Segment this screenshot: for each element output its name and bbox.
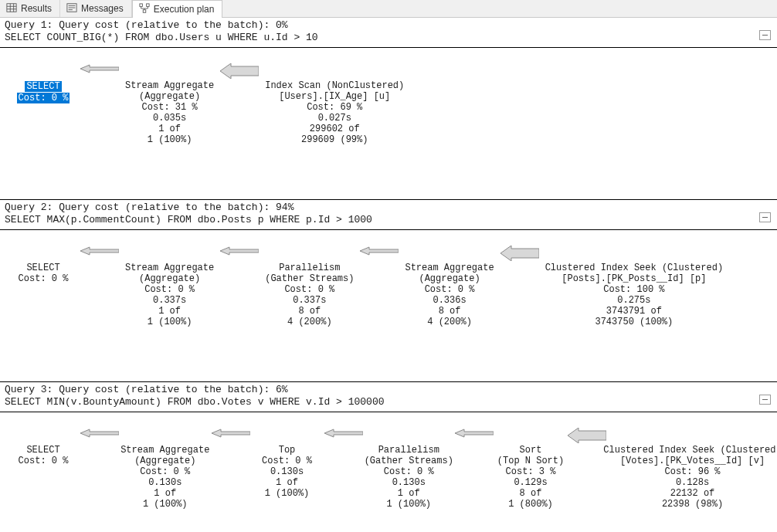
svg-rect-0	[7, 3, 16, 12]
plan-operator[interactable]: Parallelism(Gather Streams)Cost: 0 %0.33…	[265, 238, 354, 327]
tab-messages-label: Messages	[81, 3, 124, 14]
tab-results[interactable]: Results	[0, 0, 60, 17]
plan-operator[interactable]: Parallelism(Gather Streams)Cost: 0 %0.13…	[369, 420, 450, 510]
svg-marker-90	[568, 428, 606, 443]
query-sql-line: SELECT MIN(v.BountyAmount) FROM dbo.Vote…	[5, 396, 772, 410]
operator-text: 4 (200%)	[427, 317, 472, 327]
header-separator	[0, 412, 777, 412]
operator-text: 0.336s	[433, 295, 466, 306]
collapse-button[interactable]	[759, 212, 771, 222]
header-separator	[0, 229, 777, 230]
operator-text: Stream Aggregate	[120, 445, 209, 456]
operator-text: Cost: 31 %	[142, 102, 198, 113]
operator-row: SELECTCost: 0 %ΣStream Aggregate(Aggrega…	[5, 238, 772, 327]
plan-operator[interactable]: SELECTCost: 0 %	[12, 420, 74, 466]
plan-operator[interactable]: Clustered Index Seek (Clustered)[Posts].…	[545, 238, 723, 327]
flow-arrow-icon	[568, 428, 606, 443]
svg-marker-66	[80, 429, 119, 437]
plan-operator[interactable]: Clustered Index Seek (Clustered)[Votes].…	[612, 420, 772, 510]
svg-marker-17	[80, 65, 119, 73]
operator-text: Cost: 0 %	[140, 466, 190, 477]
plan-operator[interactable]: SELECTCost: 0 %	[12, 56, 74, 103]
query-cost-line: Query 1: Query cost (relative to the bat…	[5, 19, 772, 32]
operator-text: 1 of	[398, 488, 420, 499]
flow-arrow-icon	[220, 246, 259, 256]
operator-text: 0.129s	[514, 477, 547, 488]
plan-operator[interactable]: ΣStream Aggregate(Aggregate)Cost: 31 %0.…	[125, 56, 214, 145]
flow-arrow-icon	[220, 63, 259, 79]
operator-text: Parallelism	[378, 445, 439, 456]
operator-text: Cost: 0 %	[19, 456, 69, 466]
svg-marker-54	[500, 246, 539, 261]
plan-area[interactable]: Query 1: Query cost (relative to the bat…	[0, 18, 777, 532]
plan-operator[interactable]: AZSort(Top N Sort)Cost: 3 %0.129s8 of1 (…	[500, 420, 562, 510]
operator-text: Clustered Index Seek (Clustered)	[545, 263, 723, 273]
flow-arrow-icon	[324, 428, 363, 439]
operator-text: 0.337s	[293, 295, 326, 306]
flow-arrow-icon	[212, 428, 250, 439]
operator-text: Cost: 0 %	[144, 284, 195, 295]
operator-text: SELECT	[26, 445, 59, 456]
operator-text: Cost: 3 %	[506, 466, 556, 477]
operator-text: 8 of	[298, 306, 321, 317]
tab-results-label: Results	[21, 3, 52, 14]
operator-text: 3743750 (100%)	[595, 317, 673, 327]
operator-text: [Users].[IX_Age] [u]	[279, 91, 390, 102]
svg-marker-79	[324, 429, 363, 437]
svg-marker-83	[455, 429, 494, 437]
plan-operator[interactable]: TopCost: 0 %0.130s1 of1 (100%)	[256, 420, 318, 499]
operator-text: 1 (100%)	[148, 317, 192, 327]
operator-text: 1 of	[158, 124, 181, 134]
header-separator	[0, 47, 777, 48]
operator-text: 0.130s	[148, 477, 182, 488]
operator-text: (Aggregate)	[419, 273, 480, 284]
operator-text: Cost: 0 %	[284, 284, 334, 295]
operator-text: 0.337s	[153, 295, 186, 306]
query-cost-line: Query 3: Query cost (relative to the bat…	[5, 384, 772, 396]
operator-text: 1 (800%)	[508, 499, 553, 510]
query-block: Query 1: Query cost (relative to the bat…	[0, 18, 777, 200]
flow-arrow-icon	[455, 428, 494, 439]
plan-operator[interactable]: SELECTCost: 0 %	[12, 238, 74, 284]
tab-execution-plan[interactable]: Execution plan	[132, 0, 223, 18]
operator-text: Sort	[520, 445, 542, 456]
operator-text: Cost: 69 %	[307, 102, 362, 113]
plan-operator[interactable]: Index Scan (NonClustered)[Users].[IX_Age…	[265, 56, 404, 145]
flow-arrow-icon	[80, 428, 119, 439]
plan-operator[interactable]: ΣStream Aggregate(Aggregate)Cost: 0 %0.1…	[125, 420, 205, 510]
svg-rect-9	[140, 3, 143, 6]
plan-operator[interactable]: ΣStream Aggregate(Aggregate)Cost: 0 %0.3…	[125, 238, 214, 327]
operator-text: Clustered Index Seek (Clustered)	[603, 445, 777, 456]
operator-text: Stream Aggregate	[405, 263, 494, 273]
operator-text: Cost: 100 %	[603, 284, 664, 295]
operator-text: 0.275s	[617, 295, 650, 306]
operator-text: 22398 (98%)	[662, 499, 723, 510]
tab-messages[interactable]: Messages	[60, 0, 132, 17]
operator-text: Cost: 0 %	[384, 466, 434, 477]
collapse-button[interactable]	[759, 30, 771, 40]
svg-marker-43	[220, 247, 259, 255]
flow-arrow-icon	[80, 63, 119, 74]
operator-text: Cost: 0 %	[17, 93, 70, 103]
operator-text: 0.027s	[318, 113, 351, 124]
operator-text: (Top N Sort)	[497, 456, 564, 466]
operator-text: Parallelism	[279, 263, 340, 273]
operator-text: [Posts].[PK_Posts__Id] [p]	[562, 273, 706, 284]
operator-text: 0.130s	[270, 466, 304, 477]
flow-arrow-icon	[500, 246, 539, 261]
svg-marker-36	[80, 247, 119, 255]
operator-text: (Gather Streams)	[265, 273, 354, 284]
tab-bar: Results Messages Execution plan	[0, 0, 777, 18]
plan-operator[interactable]: ΣStream Aggregate(Aggregate)Cost: 0 %0.3…	[405, 238, 494, 327]
operator-text: 1 (100%)	[265, 488, 310, 499]
operator-text: (Aggregate)	[139, 273, 200, 284]
operator-text: 299609 (99%)	[301, 134, 368, 145]
collapse-button[interactable]	[759, 395, 771, 405]
operator-text: Cost: 0 %	[425, 284, 475, 295]
operator-text: 1 of	[158, 306, 181, 317]
svg-marker-24	[220, 63, 259, 79]
operator-text: 22132 of	[670, 488, 715, 499]
query-header: Query 1: Query cost (relative to the bat…	[5, 19, 772, 46]
query-block: Query 2: Query cost (relative to the bat…	[0, 200, 777, 382]
query-cost-line: Query 2: Query cost (relative to the bat…	[5, 202, 772, 214]
